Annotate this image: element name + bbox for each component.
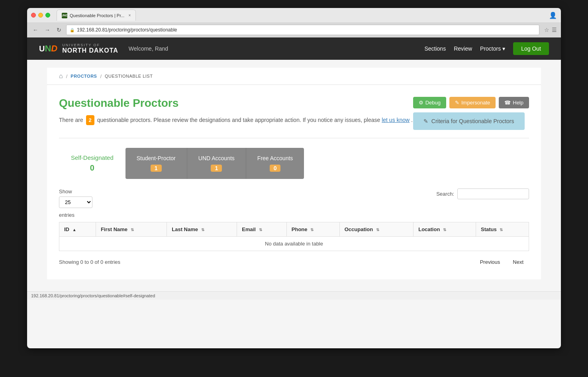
nav-sections[interactable]: Sections [424,45,446,52]
breadcrumb-home-icon[interactable]: ⌂ [59,73,63,80]
col-last-name[interactable]: Last Name [167,222,237,237]
sort-icon-first-name [131,228,134,232]
show-select[interactable]: 25 10 50 100 [59,196,92,208]
proctors-dropdown-icon: ▾ [502,45,505,52]
table-body: No data available in table [59,237,529,251]
address-lock-icon: 🔒 [70,28,74,32]
search-section: Search: [436,188,529,199]
criteria-icon: ✎ [423,118,428,124]
data-table: ID First Name Last Name Email Phone [59,222,529,251]
und-accounts-badge: 1 [211,165,222,172]
tab-close-button[interactable]: × [128,13,131,18]
help-button[interactable]: ☎ Help [499,97,529,108]
impersonate-label: Impersonate [461,100,490,106]
reload-button[interactable]: ↻ [55,26,63,34]
navbar-brand: U N D UNIVERSITY OF NORTH DAKOTA Welcome… [39,43,168,54]
browser-tab[interactable]: UND Questionable Proctors | Pr... × [57,10,136,21]
show-section: Show 25 10 50 100 [59,188,92,208]
showing-text: Showing 0 to 0 of 0 entries [59,259,120,265]
previous-button[interactable]: Previous [474,257,506,267]
col-id[interactable]: ID [59,222,96,237]
tab-favicon: UND [62,13,67,18]
search-label: Search: [436,191,454,197]
logout-button[interactable]: Log Out [513,42,549,55]
tab-title: Questionable Proctors | Pr... [70,13,124,18]
debug-button[interactable]: ⚙ Debug [413,97,446,108]
col-email[interactable]: Email [237,222,287,237]
navbar: U N D UNIVERSITY OF NORTH DAKOTA Welcome… [27,37,561,60]
table-controls: Show 25 10 50 100 Search: [59,188,529,208]
und-accounts-label: UND Accounts [198,155,235,161]
self-designated-count: 0 [71,163,114,173]
sort-icon-last-name [201,228,204,232]
browser-titlebar: UND Questionable Proctors | Pr... × 👤 [27,8,561,22]
close-traffic-light[interactable] [31,13,36,18]
debug-label: Debug [425,100,441,106]
no-data-cell: No data available in table [59,237,529,251]
breadcrumb-current: QUESTIONABLE LIST [105,74,153,79]
maximize-traffic-light[interactable] [45,13,50,18]
breadcrumb: ⌂ / PROCTORS / QUESTIONABLE LIST [47,68,541,85]
breadcrumb-sep2: / [100,73,102,79]
address-url: 192.168.20.81/proctoring/proctors/questi… [77,27,177,33]
next-button[interactable]: Next [507,257,529,267]
help-label: Help [513,100,523,106]
page-area: U N D UNIVERSITY OF NORTH DAKOTA Welcome… [27,37,561,348]
search-input[interactable] [457,188,529,199]
criteria-label: Criteria for Questionable Proctors [431,118,514,124]
nav-review[interactable]: Review [454,45,472,52]
sort-icon-email [259,228,262,232]
status-bar: 192.168.20.81/proctoring/proctors/questi… [27,291,561,300]
status-url: 192.168.20.81/proctoring/proctors/questi… [31,293,155,298]
self-designated-tab[interactable]: Self-Designated 0 [59,146,125,181]
debug-icon: ⚙ [419,100,423,106]
questionable-count-badge: 2 [86,115,94,125]
divider [59,138,529,138]
breadcrumb-proctors[interactable]: PROCTORS [71,74,97,79]
browser-toolbar: ← → ↻ 🔒 192.168.20.81/proctoring/proctor… [27,22,561,37]
back-button[interactable]: ← [31,26,40,34]
impersonate-button[interactable]: ✎ Impersonate [449,97,496,108]
page-header-left: Questionable Proctors There are 2 questi… [59,97,413,125]
nav-proctors[interactable]: Proctors ▾ [480,45,505,52]
criteria-button[interactable]: ✎ Criteria for Questionable Proctors [413,112,525,130]
pagination-bar: Showing 0 to 0 of 0 entries Previous Nex… [59,257,529,267]
description-prefix: There are [59,117,83,123]
und-logo: U N D UNIVERSITY OF NORTH DAKOTA [39,43,118,54]
minimize-traffic-light[interactable] [38,13,43,18]
col-location[interactable]: Location [414,222,476,237]
menu-button[interactable]: ☰ [552,27,557,33]
pagination-buttons: Previous Next [474,257,529,267]
browser-actions: ☆ ☰ [544,27,557,33]
let-us-know-link[interactable]: let us know [382,117,410,123]
col-occupation[interactable]: Occupation [339,222,414,237]
sort-icon-status [500,228,503,232]
und-accounts-tab[interactable]: UND Accounts 1 [187,148,246,179]
free-accounts-label: Free Accounts [257,155,293,161]
show-label: Show [59,188,92,194]
tabs-section: Self-Designated 0 Student-Proctor 1 UND … [59,146,529,181]
student-proctor-label: Student-Proctor [137,155,176,161]
free-accounts-tab[interactable]: Free Accounts 0 [246,148,304,179]
no-data-row: No data available in table [59,237,529,251]
page-title: Questionable Proctors [59,97,413,110]
content-header: Questionable Proctors There are 2 questi… [59,97,529,130]
self-designated-label: Self-Designated [71,154,114,161]
breadcrumb-sep1: / [66,73,68,79]
col-phone[interactable]: Phone [286,222,339,237]
col-status[interactable]: Status [476,222,529,237]
sort-icon-phone [310,228,314,232]
description-end: . [411,117,413,123]
bookmark-button[interactable]: ☆ [544,27,549,33]
main-content: Questionable Proctors There are 2 questi… [47,85,541,279]
table-header: ID First Name Last Name Email Phone [59,222,529,237]
browser-user-icon: 👤 [549,12,557,19]
student-proctor-tab[interactable]: Student-Proctor 1 [125,148,187,179]
sort-icon-occupation [376,228,379,232]
address-bar[interactable]: 🔒 192.168.20.81/proctoring/proctors/ques… [66,25,539,35]
col-first-name[interactable]: First Name [96,222,167,237]
page-header-right: ⚙ Debug ✎ Impersonate ☎ Help ✎ [413,97,529,130]
sort-icon-location [443,228,446,232]
browser-window: UND Questionable Proctors | Pr... × 👤 ← … [27,8,561,348]
forward-button[interactable]: → [43,26,52,34]
